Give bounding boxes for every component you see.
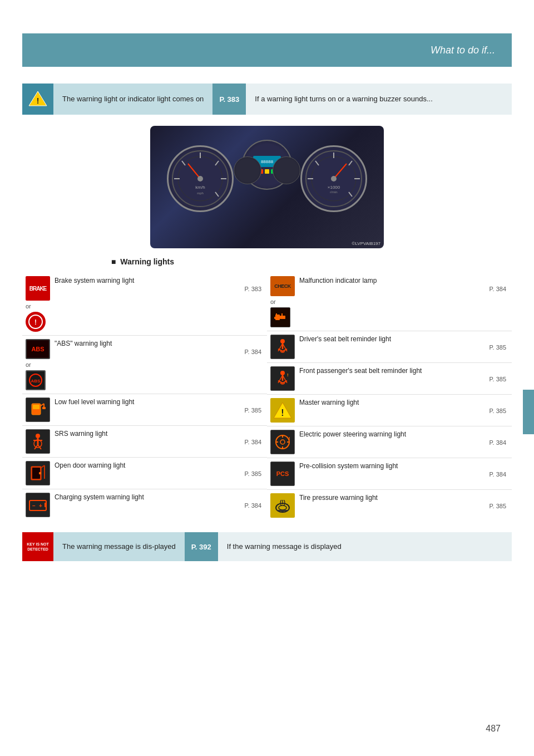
section2-row: KEY IS NOT DETECTED The warning message … [22, 532, 512, 561]
svg-point-11 [197, 176, 203, 181]
door-svg [28, 463, 48, 483]
svg-point-55 [280, 339, 285, 343]
svg-text:×1000: ×1000 [328, 185, 340, 190]
engine-svg [272, 309, 289, 326]
srs-info: SRS warning light P. 384 [55, 429, 261, 445]
tachometer-gauge: ×1000 r/min [300, 145, 367, 212]
svg-text:+: + [39, 503, 42, 509]
section2-label: The warning message is dis-played [53, 532, 185, 561]
charging-info: Charging system warning light P. 384 [55, 493, 261, 509]
copyright-text: ©LVPVAIB197 [352, 241, 380, 246]
brake-info: Brake system warning light P. 383 [55, 276, 261, 292]
dashboard-area: km/h mph ×1000 [22, 126, 512, 248]
section2-page-badge: P. 392 [185, 532, 218, 561]
abs-info: "ABS" warning light P. 384 [55, 339, 261, 355]
malfunction-icon: CHECK [270, 276, 295, 296]
svg-line-22 [334, 164, 347, 179]
svg-text:!: ! [289, 436, 290, 441]
wl-brake: BRAKE or ! Brake system warning light P.… [22, 273, 267, 336]
wl-srs: SRS warning light P. 384 [22, 426, 267, 458]
wl-charging: – + Charging system warning light P. 384 [22, 489, 267, 521]
svg-text:(!): (!) [280, 499, 285, 505]
eps-svg: ! [273, 432, 293, 452]
fuel-icon [26, 397, 50, 422]
svg-text:!: ! [34, 318, 37, 326]
brake-icon: BRAKE [26, 276, 50, 301]
fuel-info: Low fuel level warning light P. 385 [55, 397, 261, 414]
seatbelt-driver-info: Driver's seat belt reminder light P. 385 [299, 335, 506, 351]
header-bar: What to do if... [22, 33, 512, 67]
page-number: 487 [486, 724, 501, 734]
warning-triangle-icon: ! [28, 89, 48, 109]
tachometer-svg: ×1000 r/min [302, 147, 365, 210]
svg-rect-47 [44, 503, 47, 507]
tire-pressure-info: Tire pressure warning light P. 385 [299, 493, 506, 509]
door-icon [26, 461, 50, 485]
wl-seatbelt-passenger: ! Front passenger's seat belt reminder l… [267, 363, 512, 395]
small-gauge-left [234, 156, 261, 184]
seatbelt-driver-svg [273, 337, 293, 357]
brake-circle-icon: ! [27, 313, 44, 330]
wl-door: Open door warning light P. 385 [22, 458, 267, 489]
speedometer-svg: km/h mph [169, 147, 232, 210]
svg-point-23 [331, 176, 337, 181]
seatbelt-passenger-svg: ! [273, 369, 293, 389]
svg-rect-43 [39, 472, 41, 474]
svg-point-59 [280, 371, 285, 375]
dashboard-image: km/h mph ×1000 [150, 126, 384, 248]
abs-circle-icon: ABS [27, 372, 44, 389]
wl-pcs: PCS Pre-collision system warning light P… [267, 458, 512, 490]
warning-message-icon-box: KEY IS NOT DETECTED [22, 532, 53, 561]
svg-point-74 [279, 505, 286, 510]
wl-fuel: Low fuel level warning light P. 385 [22, 394, 267, 426]
tire-pressure-svg: (!) [273, 495, 293, 516]
small-gauge-right [273, 156, 300, 184]
wl-master: ! Master warning light P. 385 [267, 395, 512, 426]
svg-line-10 [188, 164, 200, 179]
warning-lights-left-col: BRAKE or ! Brake system warning light P.… [22, 273, 267, 521]
svg-point-35 [36, 434, 40, 438]
wl-seatbelt-driver: Driver's seat belt reminder light P. 385 [267, 331, 512, 363]
warning-light-icon-box: ! [22, 84, 53, 115]
master-warning-info: Master warning light P. 385 [299, 398, 506, 414]
seatbelt-passenger-info: Front passenger's seat belt reminder lig… [299, 366, 506, 382]
abs-alt-icon: ABS [26, 370, 46, 390]
svg-text:r/min: r/min [330, 190, 337, 194]
svg-rect-42 [32, 468, 40, 479]
side-tab [523, 390, 534, 434]
srs-icon [26, 429, 50, 454]
section1-desc: If a warning light turns on or a warning… [246, 84, 512, 115]
warning-lights-right-col: CHECK or Malfunction indicator lamp P. 3… [267, 273, 512, 521]
master-warning-icon: ! [270, 398, 295, 423]
svg-text:ABS: ABS [31, 379, 41, 384]
warning-lights-title: Warning lights [111, 257, 512, 266]
eps-icon: ! [270, 430, 295, 454]
section1-label: The warning light or indicator light com… [53, 84, 212, 115]
abs-icon: ABS [26, 339, 50, 359]
svg-text:!: ! [287, 372, 289, 377]
svg-point-67 [280, 440, 285, 444]
speedometer-gauge: km/h mph [167, 145, 234, 212]
svg-rect-34 [42, 407, 46, 409]
section2-desc: If the warning message is displayed [218, 532, 512, 561]
svg-text:mph: mph [197, 192, 204, 195]
svg-rect-51 [280, 316, 285, 319]
warning-lights-grid: BRAKE or ! Brake system warning light P.… [22, 273, 512, 521]
fuel-svg [28, 399, 47, 420]
svg-rect-54 [274, 317, 276, 319]
section1-row: ! The warning light or indicator light c… [22, 84, 512, 115]
svg-text:!: ! [37, 96, 39, 105]
malfunction-alt-icon [270, 307, 290, 327]
pcs-icon: PCS [270, 462, 295, 486]
instrument-cluster: km/h mph ×1000 [161, 134, 373, 240]
svg-text:–: – [32, 503, 36, 509]
seatbelt-driver-icon [270, 335, 295, 359]
door-info: Open door warning light P. 385 [55, 461, 261, 477]
svg-rect-31 [33, 405, 39, 409]
yellow-indicator [265, 169, 269, 174]
charging-svg: – + [28, 497, 48, 513]
wl-abs: ABS or ABS "ABS" warning light P. 384 [22, 336, 267, 394]
header-title: What to do if... [431, 45, 495, 56]
svg-text:km/h: km/h [195, 185, 205, 190]
srs-svg [28, 431, 48, 451]
